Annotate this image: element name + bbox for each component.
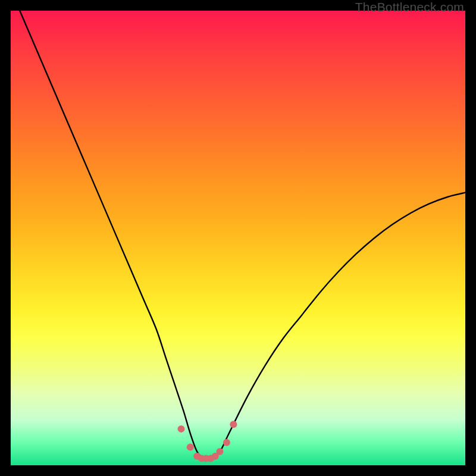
valley-marker-dot bbox=[223, 439, 230, 446]
bottleneck-curve bbox=[20, 11, 465, 459]
valley-marker-dot bbox=[216, 448, 223, 455]
valley-marker-dot bbox=[178, 425, 185, 433]
chart-svg bbox=[11, 11, 465, 465]
valley-markers bbox=[178, 421, 237, 462]
plot-area bbox=[11, 11, 465, 465]
valley-marker-dot bbox=[187, 443, 194, 450]
valley-marker-dot bbox=[230, 421, 237, 428]
watermark-text: TheBottleneck.com bbox=[355, 0, 464, 14]
chart-frame: TheBottleneck.com bbox=[0, 0, 476, 476]
